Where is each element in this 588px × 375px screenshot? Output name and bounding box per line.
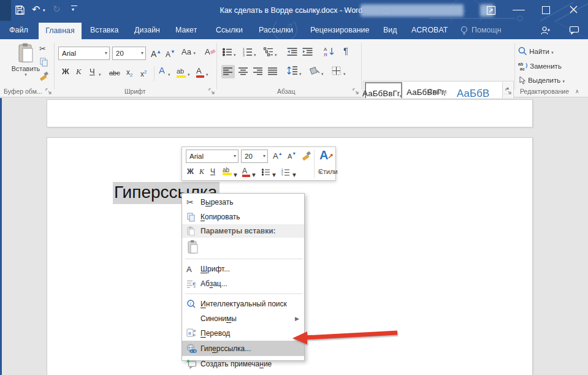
font-color-dropdown[interactable]: ▾ — [206, 70, 208, 79]
customize-qat-arrow[interactable]: ▾ — [72, 7, 74, 12]
mini-shrink-font[interactable]: А▼ — [288, 151, 296, 160]
line-spacing-dropdown[interactable]: ▾ — [299, 70, 302, 78]
menu-item-new-comment[interactable]: Создать примечание — [182, 356, 304, 371]
show-marks-button[interactable]: ¶ — [343, 47, 348, 55]
line-spacing-button[interactable] — [287, 66, 298, 75]
tab-design[interactable]: Дизайн — [129, 21, 166, 39]
clipboard-dialog-launcher[interactable] — [45, 88, 52, 95]
decrease-indent-button[interactable] — [287, 48, 297, 56]
borders-dropdown[interactable]: ▾ — [343, 70, 346, 78]
italic-button[interactable]: К — [76, 67, 82, 76]
font-color-button[interactable]: А — [196, 67, 202, 75]
paragraph-dialog-launcher[interactable] — [353, 88, 359, 95]
shrink-font-button[interactable]: А▼ — [166, 48, 175, 59]
mini-italic[interactable]: К — [199, 167, 204, 176]
styles-dialog-launcher[interactable] — [505, 88, 512, 95]
tab-view[interactable]: Вид — [378, 21, 403, 39]
mini-bold[interactable]: Ж — [187, 167, 194, 176]
select-button[interactable]: Выделить ▾ — [518, 76, 565, 85]
mini-styles-label[interactable]: Стили — [318, 168, 338, 175]
mini-underline[interactable]: Ч — [210, 167, 215, 176]
mini-highlight[interactable]: ab — [223, 167, 229, 173]
align-center-button[interactable] — [239, 67, 248, 75]
menu-item-smart-lookup[interactable]: i Интеллектуальный поиск — [182, 297, 304, 311]
bullets-button[interactable] — [223, 48, 232, 56]
multilevel-list-button[interactable] — [264, 47, 273, 56]
tab-home[interactable]: Главная — [39, 23, 82, 39]
underline-button[interactable]: Ч — [90, 67, 95, 76]
menu-item-hyperlink[interactable]: Гиперссылка... — [182, 341, 304, 356]
subscript-button[interactable]: х2 — [126, 68, 132, 80]
numbering-dropdown[interactable]: ▾ — [254, 51, 256, 59]
justify-button[interactable] — [268, 67, 278, 75]
highlight-dropdown[interactable]: ▾ — [188, 70, 190, 79]
menu-item-paragraph[interactable]: ¶ Абзац... — [182, 276, 304, 291]
page-1[interactable] — [47, 99, 533, 127]
ribbon-display-options-icon[interactable] — [486, 6, 497, 16]
find-button[interactable]: Найти ▾ — [518, 47, 554, 56]
replace-button[interactable]: abac Заменить — [518, 61, 562, 70]
redo-icon[interactable]: ↻ — [53, 4, 61, 15]
mini-grow-font[interactable]: А▲ — [273, 151, 283, 161]
tab-insert[interactable]: Вставка — [85, 21, 124, 39]
menu-item-synonyms[interactable]: Синонимы ▶ — [182, 311, 304, 326]
tell-me-box[interactable]: Помощн — [466, 21, 507, 39]
mini-bullets-dropdown[interactable]: ▾ — [272, 170, 276, 179]
undo-icon[interactable]: ↶ — [32, 4, 40, 15]
share-icon[interactable] — [540, 25, 551, 36]
highlight-button[interactable]: ab — [177, 67, 184, 75]
undo-dropdown-icon[interactable]: ▾ — [43, 8, 45, 13]
clear-formatting-button[interactable]: А — [205, 48, 216, 56]
mini-font-combo[interactable]: Arial▾ — [186, 150, 239, 163]
mini-font-color-dropdown[interactable]: ▾ — [252, 170, 256, 179]
maximize-button[interactable] — [542, 6, 550, 14]
menu-item-cut[interactable]: ✂ Вырезать — [182, 195, 304, 210]
format-painter-icon[interactable] — [39, 71, 48, 81]
borders-button[interactable] — [332, 66, 342, 76]
align-right-button[interactable] — [253, 67, 263, 75]
multilevel-dropdown[interactable]: ▾ — [275, 51, 277, 59]
sort-button[interactable]: АЯ — [324, 46, 335, 57]
mini-format-painter-icon[interactable] — [301, 151, 311, 161]
numbering-button[interactable]: 123 — [243, 47, 253, 56]
text-effects-dropdown[interactable]: ▾ — [168, 70, 170, 79]
mini-numbering-dropdown[interactable]: ▾ — [292, 170, 296, 179]
increase-indent-button[interactable] — [302, 48, 313, 56]
save-icon[interactable] — [15, 5, 25, 15]
shading-dropdown[interactable]: ▾ — [321, 70, 324, 78]
align-left-button[interactable] — [221, 65, 235, 78]
tab-mailings[interactable]: Рассылки — [253, 21, 299, 39]
menu-paste-option-keep-formatting[interactable] — [182, 238, 304, 256]
bold-button[interactable]: Ж — [62, 67, 69, 76]
mini-size-combo[interactable]: 20▾ — [241, 150, 268, 163]
bullets-dropdown[interactable]: ▾ — [234, 51, 236, 59]
cut-icon[interactable]: ✂ — [39, 44, 46, 53]
text-effects-button[interactable]: А — [159, 66, 165, 75]
font-name-combo[interactable]: Arial▾ — [58, 47, 110, 60]
mini-bullets-icon[interactable] — [262, 169, 270, 176]
mini-highlight-dropdown[interactable]: ▾ — [234, 170, 237, 179]
grow-font-button[interactable]: А▲ — [151, 48, 161, 58]
close-button[interactable] — [569, 5, 578, 14]
menu-item-font[interactable]: А Шрифт... — [182, 262, 304, 276]
copy-icon[interactable] — [39, 58, 48, 67]
customize-qat-icon[interactable] — [71, 6, 77, 6]
superscript-button[interactable]: х2 — [140, 68, 147, 78]
change-case-button[interactable]: Aa ▾ — [181, 48, 196, 58]
font-size-combo[interactable]: 20▾ — [112, 47, 146, 60]
minimize-button[interactable] — [513, 10, 525, 10]
mini-font-color[interactable]: А — [242, 167, 247, 175]
comments-icon[interactable] — [569, 26, 579, 35]
menu-item-copy[interactable]: Копировать — [182, 210, 304, 224]
mini-numbering-icon[interactable]: 123 — [281, 168, 290, 176]
shading-button[interactable] — [310, 66, 321, 76]
font-dialog-launcher[interactable] — [208, 88, 215, 95]
tab-acrobat[interactable]: ACROBAT — [406, 21, 454, 39]
collapse-ribbon-icon[interactable]: ∧ — [575, 88, 579, 94]
tab-references[interactable]: Ссылки — [210, 21, 248, 39]
menu-item-translate[interactable]: а Перевод — [182, 326, 304, 341]
tab-file[interactable]: Файл — [4, 21, 34, 39]
strikethrough-button[interactable]: abc — [109, 69, 120, 77]
underline-dropdown[interactable]: ▾ — [99, 70, 101, 79]
tab-review[interactable]: Рецензирование — [305, 21, 375, 39]
